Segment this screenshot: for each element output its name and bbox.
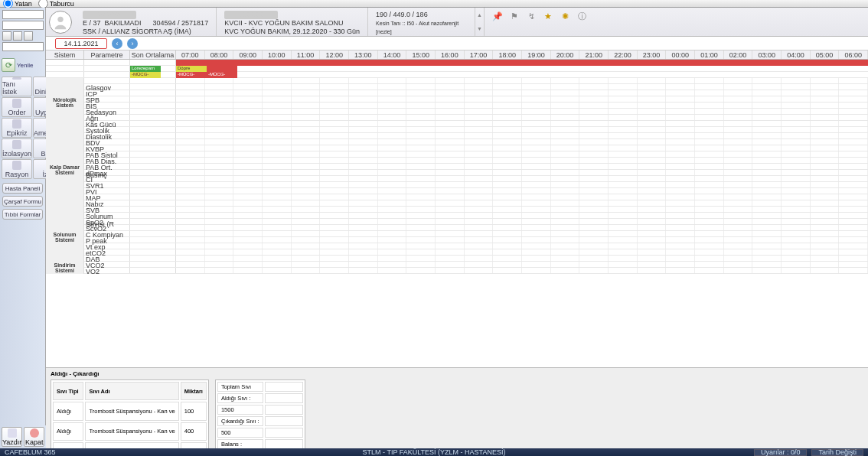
side-btn-Hasta Paneli[interactable]: Hasta Paneli xyxy=(2,183,43,194)
tool-İzolasyon[interactable]: İzolasyon xyxy=(2,138,32,158)
status-hospital: STLM - TIP FAKÜLTESİ (YZLM - HASTANESİ) xyxy=(363,448,506,456)
tool-Tanı İstek[interactable]: Tanı İstek xyxy=(2,77,32,96)
time-col: 22:00 xyxy=(609,50,638,59)
fluid-panel-title: Aldığı - Çıkardığı xyxy=(46,368,868,379)
top-menu-bar: Yatan Taburcu xyxy=(0,0,868,8)
svg-point-0 xyxy=(57,17,63,22)
param-label: Vt exp xyxy=(84,243,130,249)
status-app-name: CAFEBLUM 365 xyxy=(5,448,56,456)
pin-icon[interactable]: 📌 xyxy=(492,11,503,21)
system-label: Solunum Sistemi xyxy=(46,213,84,262)
search-input-1[interactable] xyxy=(2,10,44,19)
param-label: etCO2 xyxy=(84,249,130,255)
search-input-3[interactable] xyxy=(2,42,44,51)
param-label: SVR1 xyxy=(84,182,130,187)
time-col: 07:00 xyxy=(176,50,205,59)
param-label: KVBP xyxy=(84,145,130,151)
scroll-up-icon[interactable]: ▲ xyxy=(477,12,482,18)
time-col: 20:00 xyxy=(551,50,580,59)
vitals-grid: LorezepamDöpre-MÜCG--MÜCG--MÜCG-GlasgovI… xyxy=(46,60,868,367)
left-toolbar: ⟳ Yenile Tanı İstekDinik İstekOrderUygul… xyxy=(0,8,46,448)
close-button[interactable]: Kapat xyxy=(24,427,44,447)
param-label: Diastolik xyxy=(84,133,130,138)
param-label: VO2 xyxy=(84,268,130,273)
param-label: dPmax xyxy=(84,170,130,175)
chart-icon[interactable]: ↯ xyxy=(526,11,537,21)
date-field[interactable]: 14.11.2021 xyxy=(55,38,107,49)
param-label: BDV xyxy=(84,139,130,145)
param-label: C Kompiyan xyxy=(84,231,130,236)
time-col: 13:00 xyxy=(349,50,378,59)
refresh-label: Yenile xyxy=(17,62,34,69)
patient-avatar xyxy=(49,11,72,34)
time-col: 17:00 xyxy=(465,50,494,59)
patient-name-redacted: XXXXX xyxy=(83,11,136,19)
unit-name-redacted: XXXXX xyxy=(224,11,278,19)
param-label: BİS xyxy=(84,103,130,108)
time-col: 15:00 xyxy=(406,50,436,59)
param-label: ICP xyxy=(84,90,130,96)
time-col: 00:00 xyxy=(666,50,695,59)
time-col: 21:00 xyxy=(579,50,609,59)
tool-Rasyon[interactable]: Rasyon xyxy=(2,159,32,179)
date-prev-button[interactable]: ‹ xyxy=(112,38,122,49)
info-icon[interactable]: ⓘ xyxy=(576,11,587,21)
time-col: 06:00 xyxy=(839,50,868,59)
status-warnings[interactable]: Uyarılar : 0/0 xyxy=(754,449,808,456)
param-label: PAB Ort. Basınç xyxy=(84,164,130,169)
time-col: 14:00 xyxy=(378,50,407,59)
col-header-param: Parametre xyxy=(84,50,130,59)
param-label: PAB Sistol xyxy=(84,151,130,157)
param-label: Nabız xyxy=(84,200,130,206)
search-mini-btn-1[interactable] xyxy=(2,31,11,41)
timeline-header: Sistem Parametre Son Ortalama 07:0008:00… xyxy=(46,50,868,60)
status-date-changed[interactable]: Tarih Değişti xyxy=(811,449,863,456)
system-label: Nörolojik Sistem xyxy=(46,78,84,127)
star-icon[interactable]: ★ xyxy=(543,11,553,21)
time-col: 19:00 xyxy=(522,50,551,59)
param-label: MAP xyxy=(84,194,130,200)
param-label: CI xyxy=(84,176,130,181)
print-button[interactable]: Yazdır xyxy=(2,427,22,447)
date-next-button[interactable]: › xyxy=(127,38,138,49)
side-btn-Tıbbi Formlar[interactable]: Tıbbi Formlar xyxy=(2,209,43,220)
status-bar: CAFEBLUM 365 STLM - TIP FAKÜLTESİ (YZLM … xyxy=(0,448,868,456)
time-col: 02:00 xyxy=(724,50,753,59)
side-btn-Çarşaf Formu[interactable]: Çarşaf Formu xyxy=(2,196,43,207)
param-label: Kas Gücü xyxy=(84,121,130,126)
search-mini-btn-2[interactable] xyxy=(13,31,22,41)
refresh-button[interactable]: ⟳ xyxy=(2,58,15,72)
search-input-2[interactable] xyxy=(2,21,44,30)
patient-header: XXXXX E / 37 BAKILMADI 304594 / 2571817 … xyxy=(46,8,868,37)
param-label: ScvO2 xyxy=(84,225,130,230)
param-label: Systolik xyxy=(84,127,130,132)
param-label xyxy=(84,78,130,83)
scroll-down-icon[interactable]: ▼ xyxy=(477,26,482,31)
time-col: 04:00 xyxy=(782,50,811,59)
param-label: PAB Dias. xyxy=(84,158,130,163)
time-col: 05:00 xyxy=(811,50,840,59)
col-header-system: Sistem xyxy=(46,50,84,59)
system-label: Sindirim Sistemi xyxy=(46,262,84,274)
param-label: SPB xyxy=(84,96,130,102)
tool-Epikriz[interactable]: Epikriz xyxy=(2,118,32,138)
param-label: Ağrı xyxy=(84,115,130,120)
param-label: Sedasyon xyxy=(84,109,130,114)
tool-Order[interactable]: Order xyxy=(2,97,32,117)
fluid-table-detail: Sıvı TipiSıvı AdıMiktarıAldığıTrombosit … xyxy=(51,379,209,456)
time-col: 01:00 xyxy=(695,50,724,59)
gear-icon[interactable]: ✺ xyxy=(560,11,570,21)
col-header-avg: Son Ortalama xyxy=(130,50,176,59)
param-label: DAB xyxy=(84,256,130,261)
flag-icon[interactable]: ⚑ xyxy=(509,11,520,21)
param-label: PVI xyxy=(84,188,130,194)
time-col: 23:00 xyxy=(638,50,667,59)
search-mini-btn-3[interactable] xyxy=(24,31,33,41)
time-col: 08:00 xyxy=(205,50,234,59)
time-col: 18:00 xyxy=(493,50,522,59)
param-label: P peak xyxy=(84,237,130,243)
time-col: 11:00 xyxy=(292,50,321,59)
time-col: 03:00 xyxy=(752,50,782,59)
param-label: SVB xyxy=(84,207,130,212)
fluid-balance-panel: Aldığı - Çıkardığı Sıvı TipiSıvı AdıMikt… xyxy=(46,367,868,448)
